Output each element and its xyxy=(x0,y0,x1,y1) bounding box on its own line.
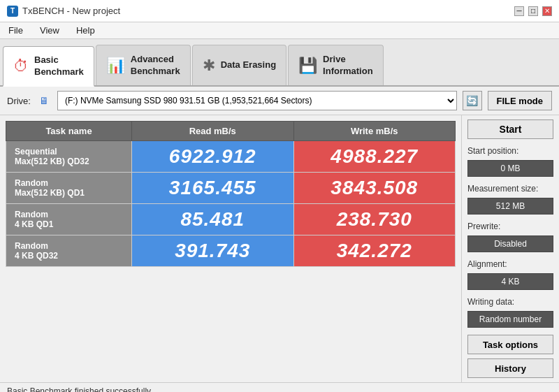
maximize-button[interactable]: □ xyxy=(528,6,538,16)
drive-select[interactable]: (F:) NVMe Samsung SSD 980 931.51 GB (1,9… xyxy=(57,91,457,110)
measurement-size-label: Measurement size: xyxy=(467,184,553,194)
task-cell-1: Random Max(512 KB) QD1 xyxy=(6,173,132,204)
advanced-benchmark-icon: 📊 xyxy=(106,57,125,75)
read-cell-3: 391.743 xyxy=(132,235,294,267)
tab-basic-benchmark[interactable]: ⏱ Basic Benchmark xyxy=(3,46,94,87)
status-text: Basic Benchmark finished successfully. xyxy=(7,386,153,393)
col-task-name: Task name xyxy=(6,122,132,141)
write-cell-3: 342.272 xyxy=(293,235,456,267)
table-row: Random 4 KB QD32391.743342.272 xyxy=(6,235,456,267)
menu-bar: File View Help xyxy=(0,22,559,39)
task-options-button[interactable]: Task options xyxy=(467,335,553,354)
main-area: Task name Read mB/s Write mB/s Sequentia… xyxy=(0,115,559,382)
basic-benchmark-icon: ⏱ xyxy=(13,57,29,75)
app-icon: T xyxy=(7,6,18,17)
alignment-value: 4 KB xyxy=(467,273,553,290)
start-position-value: 0 MB xyxy=(467,160,553,177)
file-mode-button[interactable]: FILE mode xyxy=(488,91,552,110)
task-cell-2: Random 4 KB QD1 xyxy=(6,204,132,235)
close-button[interactable]: ✕ xyxy=(542,6,552,16)
prewrite-label: Prewrite: xyxy=(467,222,553,231)
history-button[interactable]: History xyxy=(467,358,553,378)
minimize-button[interactable]: ─ xyxy=(514,6,524,16)
measurement-size-value: 512 MB xyxy=(467,198,553,215)
task-cell-3: Random 4 KB QD32 xyxy=(6,235,132,267)
alignment-label: Alignment: xyxy=(467,259,553,269)
drive-select-wrapper[interactable]: (F:) NVMe Samsung SSD 980 931.51 GB (1,9… xyxy=(57,91,457,110)
read-cell-0: 6922.912 xyxy=(132,141,294,173)
right-panel: Start Start position: 0 MB Measurement s… xyxy=(461,115,559,382)
tab-advanced-benchmark-label: Advanced Benchmark xyxy=(131,54,180,78)
table-row: Random 4 KB QD185.481238.730 xyxy=(6,204,456,235)
drive-icon-area: 🖥 xyxy=(39,95,49,106)
read-cell-2: 85.481 xyxy=(132,204,294,235)
read-cell-1: 3165.455 xyxy=(132,173,294,204)
tab-drive-information-label: Drive Information xyxy=(323,54,373,78)
menu-file[interactable]: File xyxy=(6,24,26,37)
drive-row: Drive: 🖥 (F:) NVMe Samsung SSD 980 931.5… xyxy=(0,87,559,115)
start-button[interactable]: Start xyxy=(467,119,553,139)
tab-data-erasing[interactable]: ✱ Data Erasing xyxy=(192,45,286,85)
writing-data-label: Writing data: xyxy=(467,297,553,307)
window-title: TxBENCH - New project xyxy=(22,6,120,16)
benchmark-table: Task name Read mB/s Write mB/s Sequentia… xyxy=(6,121,456,267)
col-write: Write mB/s xyxy=(293,122,456,141)
write-cell-2: 238.730 xyxy=(293,204,456,235)
start-position-label: Start position: xyxy=(467,146,553,156)
data-erasing-icon: ✱ xyxy=(203,57,215,75)
benchmark-section: Task name Read mB/s Write mB/s Sequentia… xyxy=(0,115,461,382)
table-header-row: Task name Read mB/s Write mB/s xyxy=(6,122,456,141)
prewrite-value: Disabled xyxy=(467,235,553,252)
drive-refresh-button[interactable]: 🔄 xyxy=(463,91,482,110)
drive-device-icon: 🖥 xyxy=(39,95,49,106)
window-controls[interactable]: ─ □ ✕ xyxy=(514,6,552,16)
title-bar-left: T TxBENCH - New project xyxy=(7,6,120,17)
table-row: Sequential Max(512 KB) QD326922.9124988.… xyxy=(6,141,456,173)
tab-advanced-benchmark[interactable]: 📊 Advanced Benchmark xyxy=(96,45,191,85)
toolbar: ⏱ Basic Benchmark 📊 Advanced Benchmark ✱… xyxy=(0,39,559,87)
status-bar: Basic Benchmark finished successfully. xyxy=(0,382,559,392)
title-bar: T TxBENCH - New project ─ □ ✕ xyxy=(0,0,559,22)
menu-view[interactable]: View xyxy=(37,24,62,37)
writing-data-value: Random number xyxy=(467,311,553,328)
table-row: Random Max(512 KB) QD13165.4553843.508 xyxy=(6,173,456,204)
write-cell-0: 4988.227 xyxy=(293,141,456,173)
write-cell-1: 3843.508 xyxy=(293,173,456,204)
tab-data-erasing-label: Data Erasing xyxy=(221,59,276,71)
tab-basic-benchmark-label: Basic Benchmark xyxy=(34,55,84,78)
menu-help[interactable]: Help xyxy=(73,24,98,37)
col-read: Read mB/s xyxy=(132,122,294,141)
tab-drive-information[interactable]: 💾 Drive Information xyxy=(288,45,384,85)
drive-label: Drive: xyxy=(7,96,31,106)
drive-information-icon: 💾 xyxy=(298,57,317,75)
task-cell-0: Sequential Max(512 KB) QD32 xyxy=(6,141,132,173)
